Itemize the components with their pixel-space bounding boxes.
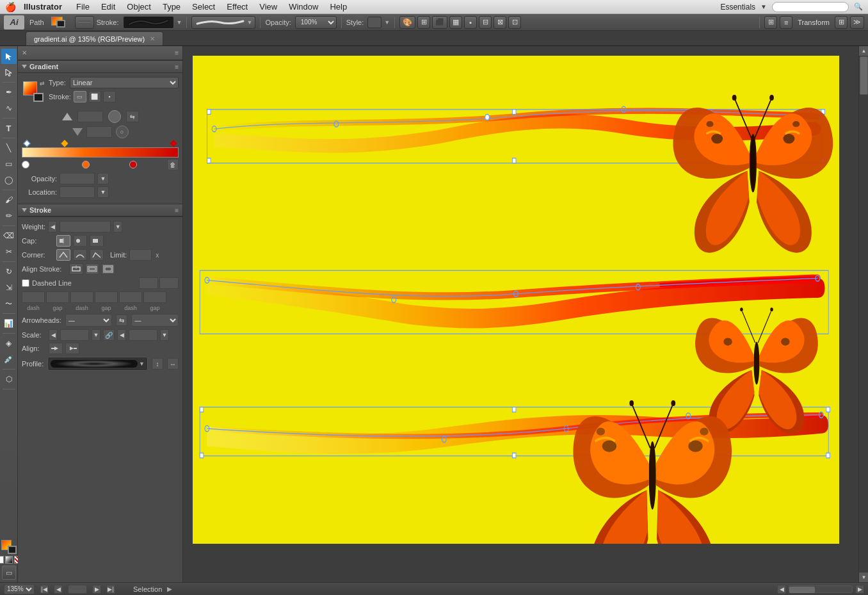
- nav-prev-btn[interactable]: ◀: [54, 585, 63, 594]
- selection-tool[interactable]: [1, 49, 17, 64]
- menu-effect[interactable]: Effect: [221, 1, 253, 13]
- menu-file[interactable]: File: [71, 1, 95, 13]
- menu-object[interactable]: Object: [122, 1, 156, 13]
- cap-round-btn[interactable]: [73, 235, 87, 247]
- arrow-end-select[interactable]: —: [131, 314, 179, 327]
- panel-close-btn[interactable]: ✕: [22, 49, 27, 56]
- scale-2-dropdown[interactable]: ▼: [160, 329, 169, 341]
- brush-dropdown[interactable]: ▼: [247, 19, 253, 26]
- stop-circle-mid[interactable]: [82, 161, 90, 168]
- fill-stroke-indicator[interactable]: [50, 15, 70, 29]
- opacity-select[interactable]: 100%: [295, 16, 337, 29]
- distribute-v-icon[interactable]: ⊠: [494, 16, 506, 29]
- location-input-gp[interactable]: 11.73%: [60, 186, 95, 198]
- scissors-tool[interactable]: ✂: [1, 244, 17, 259]
- stroke-indicator[interactable]: [56, 20, 65, 28]
- apple-menu[interactable]: 🍎: [5, 2, 16, 12]
- swap-icon[interactable]: ⇄: [40, 80, 45, 86]
- stop-diamond-mid[interactable]: [61, 140, 68, 147]
- pencil-tool[interactable]: ✏: [1, 208, 17, 224]
- weight-dropdown[interactable]: ▼: [113, 221, 122, 232]
- profile-flip-h-btn[interactable]: ↕: [152, 358, 163, 370]
- ellipse-tool[interactable]: ◯: [1, 172, 17, 188]
- gradient-tool[interactable]: ◈: [1, 336, 17, 351]
- profile-dropdown-arrow[interactable]: ▼: [139, 361, 145, 367]
- scroll-thumb-right[interactable]: [860, 56, 868, 95]
- align-center-icon[interactable]: ▦: [449, 16, 462, 29]
- rectangle-tool[interactable]: ▭: [1, 156, 17, 172]
- type-tool[interactable]: T: [1, 120, 17, 136]
- arrow-start-select[interactable]: —: [65, 314, 113, 327]
- opacity-input-gp[interactable]: 10%: [60, 173, 95, 184]
- eraser-tool[interactable]: ⌫: [1, 228, 17, 243]
- stroke-selector[interactable]: [75, 16, 94, 29]
- direct-selection-tool[interactable]: [1, 65, 17, 80]
- status-arrow[interactable]: ▶: [167, 585, 172, 592]
- gradient-mode-btn[interactable]: [5, 556, 13, 564]
- weight-input[interactable]: [60, 221, 111, 232]
- scale-tool[interactable]: ⇲: [1, 280, 17, 295]
- stop-circle-right[interactable]: [129, 161, 137, 168]
- dash-1[interactable]: [22, 291, 45, 303]
- scroll-track-right[interactable]: [859, 56, 868, 573]
- align-inside-stroke-btn[interactable]: [85, 263, 99, 275]
- distribute-icon[interactable]: ⊟: [479, 16, 492, 29]
- cap-square-btn[interactable]: [90, 235, 104, 247]
- screen-mode-btn[interactable]: ▭: [2, 566, 16, 580]
- align-end-btn[interactable]: [65, 343, 79, 354]
- blend-tool[interactable]: ⬡: [1, 371, 17, 387]
- zoom-select[interactable]: 135%: [4, 584, 35, 594]
- stroke-panel-options[interactable]: ≡: [175, 207, 179, 214]
- dashed-opt-2[interactable]: [159, 277, 179, 289]
- angle-input-2[interactable]: [86, 126, 112, 138]
- nav-last-btn[interactable]: ▶|: [106, 585, 115, 594]
- more-options[interactable]: ≫: [850, 16, 864, 29]
- style-dropdown[interactable]: ▼: [384, 19, 390, 26]
- rotate-tool[interactable]: ↻: [1, 264, 17, 279]
- essentials-arrow[interactable]: ▼: [760, 3, 767, 10]
- stroke-section-header[interactable]: Stroke ≡: [18, 204, 182, 216]
- corner-miter-btn[interactable]: [56, 249, 70, 261]
- app-name[interactable]: Illustrator: [24, 2, 62, 12]
- angle-input[interactable]: [77, 111, 103, 122]
- opacity-dropdown-gp[interactable]: ▼: [97, 173, 109, 184]
- stroke-box[interactable]: [8, 546, 17, 554]
- reverse-gradient-btn[interactable]: ⇆: [126, 111, 139, 122]
- fill-stroke-boxes[interactable]: [1, 540, 17, 554]
- scroll-down-btn[interactable]: ▼: [859, 573, 868, 582]
- stop-diamond-left[interactable]: [23, 140, 30, 147]
- pixel-icon[interactable]: ⊞: [417, 16, 430, 29]
- stroke-preview-box[interactable]: [33, 93, 44, 102]
- paintbrush-tool[interactable]: 🖌: [1, 192, 17, 208]
- angle-circle-btn[interactable]: [108, 110, 121, 123]
- h-scroll-thumb[interactable]: [789, 585, 853, 593]
- panel-collapse-btn[interactable]: ≡: [175, 49, 179, 56]
- profile-flip-v-btn[interactable]: ↔: [167, 358, 179, 370]
- panel-toggle-icon[interactable]: ≡: [780, 16, 792, 29]
- transform-options[interactable]: ⊞: [764, 16, 777, 29]
- search-input[interactable]: [772, 2, 849, 12]
- eyedropper-tool[interactable]: 💉: [1, 352, 17, 367]
- stop-diamond-right[interactable]: [170, 140, 177, 147]
- scale-2-icon[interactable]: ◀: [117, 329, 126, 341]
- scale-2-input[interactable]: 100%: [129, 329, 157, 341]
- angle-circle-btn-2[interactable]: ○: [116, 126, 129, 138]
- line-tool[interactable]: ╲: [1, 140, 17, 156]
- scale-link-btn[interactable]: 🔗: [103, 329, 115, 341]
- menu-edit[interactable]: Edit: [96, 1, 120, 13]
- cap-butt-btn[interactable]: [56, 235, 70, 247]
- gradient-section-header[interactable]: Gradient ≡: [18, 60, 182, 73]
- transform-expand[interactable]: ⊞: [835, 16, 848, 29]
- corner-round-btn[interactable]: [73, 249, 87, 261]
- limit-input[interactable]: 10: [129, 249, 152, 261]
- stroke-btn-2[interactable]: ⬜: [88, 91, 101, 102]
- nav-next-btn[interactable]: ▶: [92, 585, 101, 594]
- profile-select[interactable]: ▼: [47, 357, 148, 371]
- scale-1-input[interactable]: 100%: [60, 329, 89, 341]
- nav-first-btn[interactable]: |◀: [40, 585, 49, 594]
- recolor-icon[interactable]: 🎨: [399, 16, 415, 29]
- page-number[interactable]: 1: [68, 585, 87, 594]
- dashed-checkbox[interactable]: [22, 279, 29, 287]
- spacing-icon[interactable]: ⊡: [508, 16, 521, 29]
- menu-window[interactable]: Window: [284, 1, 323, 13]
